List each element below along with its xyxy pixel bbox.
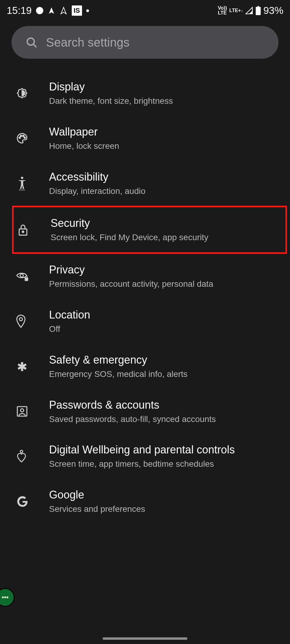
brightness-icon bbox=[16, 87, 49, 100]
lock-icon bbox=[17, 224, 51, 236]
send-icon bbox=[48, 7, 55, 15]
gesture-navigation-bar[interactable] bbox=[103, 637, 187, 640]
svg-point-11 bbox=[22, 190, 23, 191]
settings-item-wellbeing[interactable]: Digital Wellbeing and parental controls … bbox=[0, 434, 290, 479]
status-time: 15:19 bbox=[7, 5, 32, 16]
svg-point-15 bbox=[20, 274, 23, 277]
google-logo-icon bbox=[16, 495, 49, 508]
volte-indicator: Vo))LTE bbox=[218, 6, 227, 15]
privacy-eye-icon bbox=[16, 271, 49, 282]
svg-point-10 bbox=[21, 190, 21, 191]
item-title: Wallpaper bbox=[49, 125, 279, 139]
medical-star-icon bbox=[16, 360, 49, 373]
item-subtitle: Saved passwords, auto-fill, synced accou… bbox=[49, 414, 279, 425]
location-pin-icon bbox=[16, 315, 49, 328]
status-left: 15:19 IS bbox=[7, 5, 89, 16]
item-subtitle: Home, lock screen bbox=[49, 140, 279, 152]
edge-assistant-button[interactable]: ••• bbox=[0, 588, 15, 607]
settings-item-location[interactable]: Location Off bbox=[0, 299, 290, 344]
settings-item-display[interactable]: Display Dark theme, font size, brightnes… bbox=[0, 71, 290, 116]
item-title: Digital Wellbeing and parental controls bbox=[49, 443, 279, 456]
settings-list[interactable]: Display Dark theme, font size, brightnes… bbox=[0, 68, 290, 536]
search-placeholder: Search settings bbox=[46, 36, 130, 49]
settings-item-wallpaper[interactable]: Wallpaper Home, lock screen bbox=[0, 116, 290, 161]
svg-point-14 bbox=[22, 231, 24, 233]
item-subtitle: Emergency SOS, medical info, alerts bbox=[49, 368, 279, 380]
svg-point-17 bbox=[19, 318, 22, 321]
item-subtitle: Permissions, account activity, personal … bbox=[49, 278, 279, 290]
settings-item-security[interactable]: Security Screen lock, Find My Device, ap… bbox=[17, 207, 285, 252]
item-title: Display bbox=[49, 80, 279, 93]
wellbeing-heart-icon bbox=[16, 449, 49, 463]
item-subtitle: Display, interaction, audio bbox=[49, 185, 279, 197]
status-right: Vo))LTE LTE+↕ 93% bbox=[218, 5, 283, 16]
svg-point-5 bbox=[20, 135, 22, 137]
account-box-icon bbox=[16, 405, 49, 418]
settings-item-google[interactable]: Google Services and preferences bbox=[0, 479, 290, 524]
settings-item-passwords[interactable]: Passwords & accounts Saved passwords, au… bbox=[0, 389, 290, 434]
svg-point-6 bbox=[23, 135, 24, 137]
item-title: Google bbox=[49, 488, 279, 502]
app-badge: IS bbox=[72, 5, 82, 16]
item-subtitle: Services and preferences bbox=[49, 503, 279, 515]
settings-screen: 15:19 IS Vo))LTE LTE+↕ 93% bbox=[0, 0, 290, 644]
palette-icon bbox=[16, 132, 49, 145]
item-title: Privacy bbox=[49, 263, 279, 276]
item-title: Safety & emergency bbox=[49, 353, 279, 367]
svg-point-12 bbox=[24, 190, 25, 191]
accessibility-icon bbox=[16, 176, 49, 191]
svg-point-8 bbox=[21, 177, 23, 179]
item-title: Location bbox=[49, 308, 279, 322]
svg-point-19 bbox=[21, 409, 24, 412]
search-settings-input[interactable]: Search settings bbox=[12, 26, 278, 59]
item-subtitle: Screen time, app timers, bedtime schedul… bbox=[49, 458, 279, 470]
search-icon bbox=[25, 36, 38, 48]
signal-icon bbox=[245, 7, 253, 15]
item-title: Accessibility bbox=[49, 170, 279, 184]
battery-percentage: 93% bbox=[263, 5, 283, 16]
highlight-security: Security Screen lock, Find My Device, ap… bbox=[12, 206, 287, 254]
svg-point-7 bbox=[24, 137, 25, 139]
svg-rect-16 bbox=[25, 277, 28, 281]
svg-point-4 bbox=[19, 137, 21, 139]
svg-rect-0 bbox=[257, 6, 259, 7]
item-subtitle: Screen lock, Find My Device, app securit… bbox=[51, 232, 275, 243]
lte-indicator: LTE+↕ bbox=[229, 8, 243, 13]
settings-item-safety[interactable]: Safety & emergency Emergency SOS, medica… bbox=[0, 344, 290, 389]
notification-dot-icon bbox=[36, 7, 43, 14]
svg-point-20 bbox=[20, 450, 23, 453]
settings-item-privacy[interactable]: Privacy Permissions, account activity, p… bbox=[0, 254, 290, 299]
item-title: Security bbox=[51, 216, 275, 230]
overflow-dot-icon bbox=[86, 9, 89, 12]
settings-item-accessibility[interactable]: Accessibility Display, interaction, audi… bbox=[0, 161, 290, 206]
svg-point-9 bbox=[19, 190, 20, 191]
send-outline-icon bbox=[60, 7, 68, 15]
svg-line-3 bbox=[33, 44, 36, 47]
status-bar: 15:19 IS Vo))LTE LTE+↕ 93% bbox=[0, 0, 290, 21]
svg-rect-1 bbox=[256, 7, 261, 15]
battery-icon bbox=[255, 6, 261, 15]
item-subtitle: Off bbox=[49, 323, 279, 335]
item-title: Passwords & accounts bbox=[49, 398, 279, 412]
item-subtitle: Dark theme, font size, brightness bbox=[49, 95, 279, 107]
